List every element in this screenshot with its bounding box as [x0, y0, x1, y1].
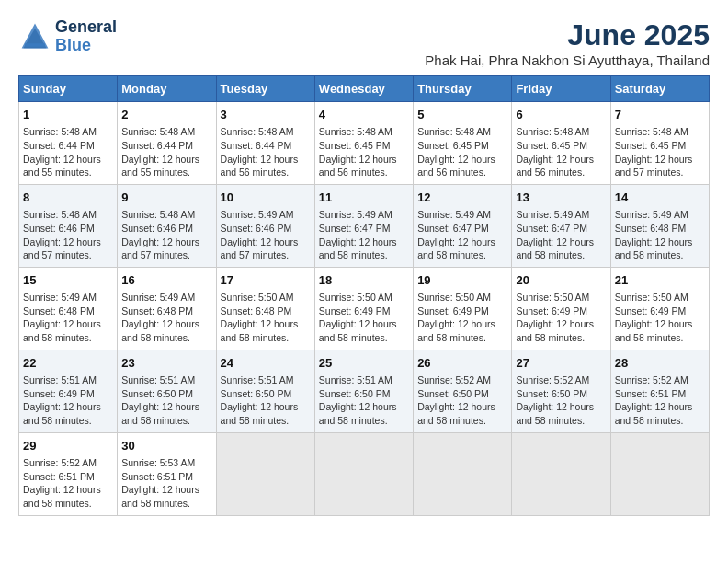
table-row: 1 Sunrise: 5:48 AMSunset: 6:44 PMDayligh… — [19, 102, 118, 185]
table-row: 7 Sunrise: 5:48 AMSunset: 6:45 PMDayligh… — [610, 102, 709, 185]
table-row: 21 Sunrise: 5:50 AMSunset: 6:49 PMDaylig… — [610, 267, 709, 350]
table-row: 17 Sunrise: 5:50 AMSunset: 6:48 PMDaylig… — [216, 267, 314, 350]
table-row: 19 Sunrise: 5:50 AMSunset: 6:49 PMDaylig… — [414, 267, 512, 350]
table-row: 2 Sunrise: 5:48 AMSunset: 6:44 PMDayligh… — [118, 102, 216, 185]
calendar: Sunday Monday Tuesday Wednesday Thursday… — [18, 75, 710, 516]
table-row: 25 Sunrise: 5:51 AMSunset: 6:50 PMDaylig… — [314, 350, 413, 432]
page-header: General Blue June 2025 Phak Hai, Phra Na… — [18, 18, 710, 68]
table-row: 29 Sunrise: 5:52 AMSunset: 6:51 PMDaylig… — [19, 432, 118, 515]
table-row: 5 Sunrise: 5:48 AMSunset: 6:45 PMDayligh… — [414, 102, 512, 185]
table-row: 27 Sunrise: 5:52 AMSunset: 6:50 PMDaylig… — [512, 350, 610, 432]
table-row — [610, 432, 709, 515]
col-friday: Friday — [512, 76, 610, 102]
table-row: 28 Sunrise: 5:52 AMSunset: 6:51 PMDaylig… — [610, 350, 709, 432]
table-row: 23 Sunrise: 5:51 AMSunset: 6:50 PMDaylig… — [118, 350, 216, 432]
col-sunday: Sunday — [19, 76, 118, 102]
logo-icon — [18, 20, 51, 53]
table-row: 24 Sunrise: 5:51 AMSunset: 6:50 PMDaylig… — [216, 350, 314, 432]
table-row: 11 Sunrise: 5:49 AMSunset: 6:47 PMDaylig… — [314, 184, 413, 267]
calendar-week-1: 1 Sunrise: 5:48 AMSunset: 6:44 PMDayligh… — [19, 102, 710, 185]
calendar-week-3: 15 Sunrise: 5:49 AMSunset: 6:48 PMDaylig… — [19, 267, 710, 350]
table-row: 22 Sunrise: 5:51 AMSunset: 6:49 PMDaylig… — [19, 350, 118, 432]
table-row: 20 Sunrise: 5:50 AMSunset: 6:49 PMDaylig… — [512, 267, 610, 350]
table-row — [512, 432, 610, 515]
logo: General Blue — [18, 18, 117, 55]
table-row: 14 Sunrise: 5:49 AMSunset: 6:48 PMDaylig… — [610, 184, 709, 267]
col-saturday: Saturday — [610, 76, 709, 102]
calendar-week-5: 29 Sunrise: 5:52 AMSunset: 6:51 PMDaylig… — [19, 432, 710, 515]
table-row: 3 Sunrise: 5:48 AMSunset: 6:44 PMDayligh… — [216, 102, 314, 185]
calendar-week-4: 22 Sunrise: 5:51 AMSunset: 6:49 PMDaylig… — [19, 350, 710, 432]
table-row: 4 Sunrise: 5:48 AMSunset: 6:45 PMDayligh… — [314, 102, 413, 185]
location-title: Phak Hai, Phra Nakhon Si Ayutthaya, Thai… — [425, 52, 710, 68]
month-title: June 2025 — [425, 18, 710, 52]
table-row: 10 Sunrise: 5:49 AMSunset: 6:46 PMDaylig… — [216, 184, 314, 267]
table-row: 30 Sunrise: 5:53 AMSunset: 6:51 PMDaylig… — [118, 432, 216, 515]
calendar-header-row: Sunday Monday Tuesday Wednesday Thursday… — [19, 76, 710, 102]
table-row: 26 Sunrise: 5:52 AMSunset: 6:50 PMDaylig… — [414, 350, 512, 432]
table-row: 13 Sunrise: 5:49 AMSunset: 6:47 PMDaylig… — [512, 184, 610, 267]
col-thursday: Thursday — [414, 76, 512, 102]
col-wednesday: Wednesday — [314, 76, 413, 102]
logo-line1: General — [55, 18, 117, 37]
logo-line2: Blue — [55, 36, 91, 54]
calendar-week-2: 8 Sunrise: 5:48 AMSunset: 6:46 PMDayligh… — [19, 184, 710, 267]
title-block: June 2025 Phak Hai, Phra Nakhon Si Ayutt… — [425, 18, 710, 68]
table-row: 8 Sunrise: 5:48 AMSunset: 6:46 PMDayligh… — [19, 184, 118, 267]
logo-text: General Blue — [55, 18, 117, 55]
svg-rect-2 — [25, 43, 45, 47]
table-row: 6 Sunrise: 5:48 AMSunset: 6:45 PMDayligh… — [512, 102, 610, 185]
table-row: 18 Sunrise: 5:50 AMSunset: 6:49 PMDaylig… — [314, 267, 413, 350]
col-tuesday: Tuesday — [216, 76, 314, 102]
table-row: 9 Sunrise: 5:48 AMSunset: 6:46 PMDayligh… — [118, 184, 216, 267]
table-row — [314, 432, 413, 515]
table-row — [216, 432, 314, 515]
table-row — [414, 432, 512, 515]
table-row: 15 Sunrise: 5:49 AMSunset: 6:48 PMDaylig… — [19, 267, 118, 350]
table-row: 12 Sunrise: 5:49 AMSunset: 6:47 PMDaylig… — [414, 184, 512, 267]
col-monday: Monday — [118, 76, 216, 102]
table-row: 16 Sunrise: 5:49 AMSunset: 6:48 PMDaylig… — [118, 267, 216, 350]
